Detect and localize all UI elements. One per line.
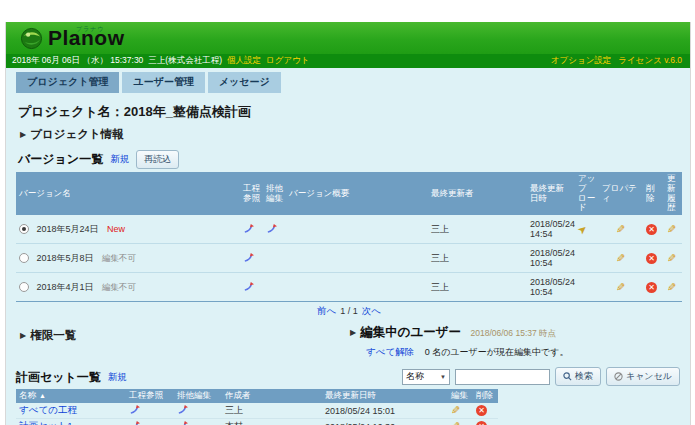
delete-icon[interactable]: ✕ <box>646 224 657 235</box>
process-ref-icon[interactable] <box>129 420 140 425</box>
plan-set-row: 計画セット1 本村 2018/05/24 16:36 ✎ ✕ <box>16 419 498 425</box>
delete-icon[interactable]: ✕ <box>646 282 657 293</box>
version-radio[interactable] <box>19 224 29 234</box>
history-icon[interactable]: ✎ <box>667 281 676 294</box>
version-radio[interactable] <box>19 282 29 292</box>
logged-in-user: 三上(株式会社工程) <box>148 55 222 67</box>
plan-set-name-link[interactable]: 計画セット1 <box>19 420 72 425</box>
expand-arrow-icon: ▶ <box>20 130 26 139</box>
edit-icon[interactable]: ✎ <box>451 404 460 417</box>
version-tag-locked: 編集不可 <box>102 282 136 292</box>
version-summary <box>286 215 428 244</box>
properties-icon[interactable]: ✎ <box>616 281 625 294</box>
version-name: 2018年5月24日 <box>37 224 99 234</box>
process-ref-icon[interactable] <box>243 252 254 265</box>
version-table-header: バージョン名 工程 参照 排他 編集 バージョン概要 最終更新者 最終更新日時 … <box>16 172 682 215</box>
app-header: プラナウ Planow <box>6 22 690 54</box>
exclusive-edit-icon[interactable] <box>266 223 277 236</box>
version-updater: 三上 <box>428 244 527 273</box>
col-process-ref: 工程 参照 <box>240 172 263 215</box>
plan-set-row: すべての工程 三上 2018/05/24 15:01 ✎ ✕ <box>16 403 498 419</box>
delete-icon[interactable]: ✕ <box>646 253 657 264</box>
main-tab-bar: プロジェクト管理 ユーザー管理 メッセージ <box>6 68 690 93</box>
search-icon <box>563 372 572 381</box>
version-new-link[interactable]: 新規 <box>110 153 129 166</box>
globe-icon <box>20 27 43 50</box>
sort-asc-icon: ▲ <box>39 392 46 399</box>
exclusive-edit-icon[interactable] <box>177 420 188 425</box>
history-icon[interactable]: ✎ <box>667 252 676 265</box>
version-table: バージョン名 工程 参照 排他 編集 バージョン概要 最終更新者 最終更新日時 … <box>16 172 682 302</box>
version-updated: 2018/05/24 14:54 <box>527 215 575 244</box>
version-tag-locked: 編集不可 <box>102 253 136 263</box>
tab-project-management[interactable]: プロジェクト管理 <box>16 72 119 93</box>
editing-users-status: 0 名のユーザーが現在編集中です。 <box>425 347 569 357</box>
col-creator: 作成者 <box>222 389 322 403</box>
version-updater: 三上 <box>428 215 527 244</box>
properties-icon[interactable]: ✎ <box>616 223 625 236</box>
search-field-select[interactable]: 名称 ▼ <box>402 369 450 385</box>
editing-users-toggle[interactable]: ▶編集中のユーザー 2018/06/06 15:37 時点 <box>350 324 680 341</box>
project-title: プロジェクト名：2018年_整備点検計画 <box>18 103 680 121</box>
version-name: 2018年5月8日 <box>37 253 94 263</box>
plan-set-updated: 2018/05/24 16:36 <box>322 419 448 425</box>
col-delete: 削除 <box>643 172 664 215</box>
delete-icon[interactable]: ✕ <box>476 405 487 416</box>
version-radio[interactable] <box>19 253 29 263</box>
edit-icon[interactable]: ✎ <box>451 420 460 425</box>
release-all-link[interactable]: すべて解除 <box>366 346 414 357</box>
plan-set-table-header: 名称▲ 工程参照 排他編集 作成者 最終更新日時 編集 削除 <box>16 389 498 403</box>
plan-set-table: 名称▲ 工程参照 排他編集 作成者 最終更新日時 編集 削除 すべての工程 三上… <box>16 389 498 425</box>
personal-settings-link[interactable]: 個人設定 <box>227 55 261 67</box>
cancel-icon <box>614 372 623 381</box>
current-datetime: 2018年 06月 06日 （水） 15:37:30 <box>12 55 143 67</box>
chevron-down-icon: ▼ <box>440 374 446 380</box>
col-process-ref: 工程参照 <box>126 389 174 403</box>
expand-arrow-icon: ▶ <box>350 328 356 337</box>
search-input[interactable] <box>455 369 550 385</box>
col-last-updated: 最終更新日時 <box>322 389 448 403</box>
delete-icon[interactable]: ✕ <box>476 421 487 425</box>
col-exclusive-edit: 排他 編集 <box>263 172 286 215</box>
search-button[interactable]: 検索 <box>555 367 601 386</box>
col-name[interactable]: 名称▲ <box>16 389 126 403</box>
col-edit: 編集 <box>448 389 473 403</box>
col-version-name: バージョン名 <box>16 172 240 215</box>
version-row: 2018年5月8日 編集不可 三上 2018/05/24 10:54 ✎ ✕ ✎ <box>16 244 682 273</box>
history-icon[interactable]: ✎ <box>667 223 676 236</box>
version-row: 2018年4月1日 編集不可 三上 2018/05/24 10:54 ✎ ✕ ✎ <box>16 273 682 302</box>
properties-icon[interactable]: ✎ <box>616 252 625 265</box>
cancel-button[interactable]: キャンセル <box>606 367 680 386</box>
col-delete: 削除 <box>473 389 498 403</box>
plan-set-list-title: 計画セット一覧 <box>16 369 101 386</box>
version-row: 2018年5月24日 New 三上 2018/05/24 14:54 ➤ ✎ ✕… <box>16 215 682 244</box>
option-settings-link[interactable]: オプション設定 <box>551 55 612 67</box>
plan-set-updated: 2018/05/24 15:01 <box>322 403 448 419</box>
col-last-updated: 最終更新日時 <box>527 172 575 215</box>
process-ref-icon[interactable] <box>243 223 254 236</box>
process-ref-icon[interactable] <box>129 404 140 417</box>
plan-set-name-link[interactable]: すべての工程 <box>19 404 77 415</box>
project-info-toggle[interactable]: ▶プロジェクト情報 <box>20 127 680 142</box>
version-updated: 2018/05/24 10:54 <box>527 244 575 273</box>
process-ref-icon[interactable] <box>243 281 254 294</box>
logout-link[interactable]: ログアウト <box>266 55 310 67</box>
page-indicator: 1 / 1 <box>340 306 358 316</box>
upload-icon[interactable]: ➤ <box>575 221 590 237</box>
version-tag-new: New <box>107 224 125 234</box>
next-page-link[interactable]: 次へ <box>362 305 381 316</box>
expand-arrow-icon: ▶ <box>20 331 26 340</box>
tab-user-management[interactable]: ユーザー管理 <box>122 72 204 93</box>
logo: プラナウ Planow <box>20 26 125 50</box>
col-exclusive-edit: 排他編集 <box>174 389 222 403</box>
version-updater: 三上 <box>428 273 527 302</box>
exclusive-edit-icon[interactable] <box>177 404 188 417</box>
license-label: ライセンス v.6.0 <box>618 55 682 67</box>
permissions-toggle[interactable]: ▶権限一覧 <box>20 328 76 351</box>
prev-page-link[interactable]: 前へ <box>317 305 336 316</box>
plan-set-new-link[interactable]: 新規 <box>108 371 127 384</box>
col-last-updater: 最終更新者 <box>428 172 527 215</box>
main-content: プロジェクト名：2018年_整備点検計画 ▶プロジェクト情報 バージョン一覧 新… <box>6 93 690 425</box>
tab-messages[interactable]: メッセージ <box>208 72 281 93</box>
reload-button[interactable]: 再読込 <box>136 150 179 169</box>
